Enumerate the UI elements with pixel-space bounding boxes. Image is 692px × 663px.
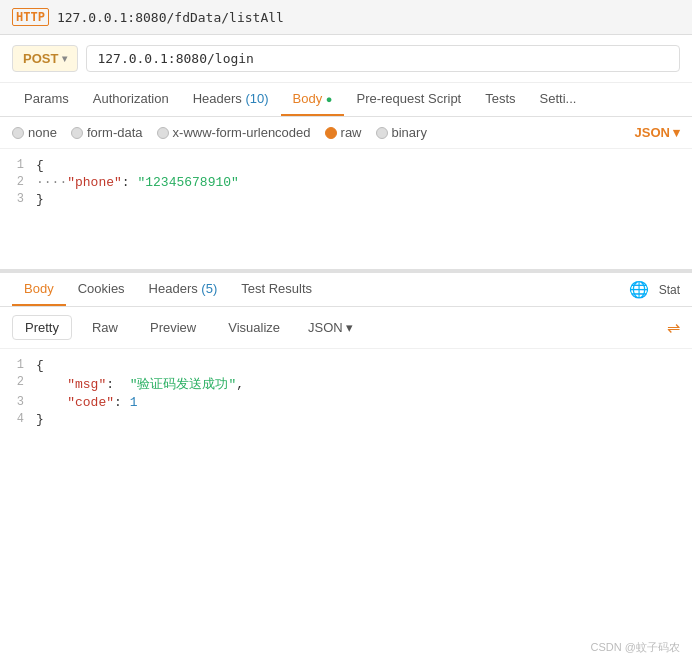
pretty-tab-pretty[interactable]: Pretty bbox=[12, 315, 72, 340]
code-line-2: 2 ····"phone": "12345678910" bbox=[0, 174, 692, 191]
chevron-down-icon: ▾ bbox=[346, 320, 353, 335]
resp-code-line-4: 4 } bbox=[0, 411, 692, 428]
chevron-down-icon: ▾ bbox=[62, 53, 67, 64]
radio-none-icon bbox=[12, 127, 24, 139]
radio-urlencoded-icon bbox=[157, 127, 169, 139]
pretty-tab-raw[interactable]: Raw bbox=[80, 316, 130, 339]
option-urlencoded[interactable]: x-www-form-urlencoded bbox=[157, 125, 311, 140]
pretty-tab-preview[interactable]: Preview bbox=[138, 316, 208, 339]
tab-pre-request-script[interactable]: Pre-request Script bbox=[344, 83, 473, 116]
request-tabs-row: Params Authorization Headers (10) Body ●… bbox=[0, 83, 692, 117]
json-type-select[interactable]: JSON ▾ bbox=[635, 125, 680, 140]
method-label: POST bbox=[23, 51, 58, 66]
option-none[interactable]: none bbox=[12, 125, 57, 140]
url-input[interactable] bbox=[86, 45, 680, 72]
chevron-down-icon: ▾ bbox=[673, 125, 680, 140]
resp-tab-test-results[interactable]: Test Results bbox=[229, 273, 324, 306]
code-line-1: 1 { bbox=[0, 157, 692, 174]
tab-params[interactable]: Params bbox=[12, 83, 81, 116]
response-section: Body Cookies Headers (5) Test Results 🌐 … bbox=[0, 271, 692, 469]
response-tabs-row: Body Cookies Headers (5) Test Results 🌐 … bbox=[0, 273, 692, 307]
method-url-row: POST ▾ bbox=[0, 35, 692, 83]
tab-settings[interactable]: Setti... bbox=[528, 83, 589, 116]
watermark: CSDN @蚊子码农 bbox=[591, 640, 680, 655]
body-options-row: none form-data x-www-form-urlencoded raw… bbox=[0, 117, 692, 149]
url-bar-url: 127.0.0.1:8080/fdData/listAll bbox=[57, 10, 284, 25]
resp-code-line-2: 2 "msg": "验证码发送成功", bbox=[0, 374, 692, 394]
resp-code-line-3: 3 "code": 1 bbox=[0, 394, 692, 411]
url-bar: HTTP 127.0.0.1:8080/fdData/listAll bbox=[0, 0, 692, 35]
radio-binary-icon bbox=[376, 127, 388, 139]
pretty-tabs-row: Pretty Raw Preview Visualize JSON ▾ ⇌ bbox=[0, 307, 692, 349]
resp-code-line-1: 1 { bbox=[0, 357, 692, 374]
resp-tab-cookies[interactable]: Cookies bbox=[66, 273, 137, 306]
resp-tab-headers[interactable]: Headers (5) bbox=[137, 273, 230, 306]
tab-body[interactable]: Body ● bbox=[281, 83, 345, 116]
option-form-data[interactable]: form-data bbox=[71, 125, 143, 140]
response-code-editor[interactable]: 1 { 2 "msg": "验证码发送成功", 3 "code": 1 4 } bbox=[0, 349, 692, 469]
request-section: POST ▾ Params Authorization Headers (10)… bbox=[0, 35, 692, 271]
resp-tab-body[interactable]: Body bbox=[12, 273, 66, 306]
code-line-3: 3 } bbox=[0, 191, 692, 208]
option-binary[interactable]: binary bbox=[376, 125, 427, 140]
filter-icon[interactable]: ⇌ bbox=[667, 318, 680, 337]
http-icon: HTTP bbox=[12, 8, 49, 26]
request-code-editor[interactable]: 1 { 2 ····"phone": "12345678910" 3 } bbox=[0, 149, 692, 269]
method-select[interactable]: POST ▾ bbox=[12, 45, 78, 72]
stat-label: Stat bbox=[659, 283, 680, 297]
resp-json-select[interactable]: JSON ▾ bbox=[308, 320, 353, 335]
radio-raw-icon bbox=[325, 127, 337, 139]
pretty-tab-visualize[interactable]: Visualize bbox=[216, 316, 292, 339]
globe-icon[interactable]: 🌐 bbox=[629, 280, 649, 299]
tab-authorization[interactable]: Authorization bbox=[81, 83, 181, 116]
radio-formdata-icon bbox=[71, 127, 83, 139]
response-right-actions: 🌐 Stat bbox=[629, 280, 680, 299]
tab-headers[interactable]: Headers (10) bbox=[181, 83, 281, 116]
tab-tests[interactable]: Tests bbox=[473, 83, 527, 116]
option-raw[interactable]: raw bbox=[325, 125, 362, 140]
